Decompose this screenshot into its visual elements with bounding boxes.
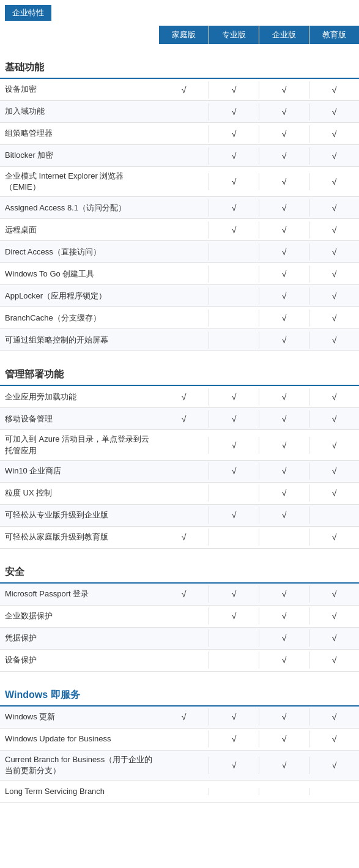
feature-name-security-3: 设备保护	[0, 651, 159, 669]
check-cell-basic-3-home	[159, 147, 209, 165]
check-cell-basic-8-pro	[209, 265, 259, 283]
check-cols-basic-0: √√√√	[159, 81, 359, 98]
feature-row-windows-service-0: Windows 更新√√√√	[0, 707, 359, 729]
check-cell-management-3-enterprise: √	[259, 462, 309, 480]
check-cell-security-0-education: √	[309, 585, 359, 603]
feature-row-windows-service-1: Windows Update for Business√√√	[0, 729, 359, 751]
check-cell-security-3-pro	[209, 651, 259, 669]
feature-row-basic-1: 加入域功能√√√	[0, 101, 359, 123]
check-cell-management-5-education	[309, 506, 359, 524]
check-cell-management-5-pro: √	[209, 506, 259, 524]
check-cell-basic-1-pro: √	[209, 103, 259, 121]
feature-row-security-2: 凭据保护√√	[0, 628, 359, 650]
check-cell-basic-8-enterprise: √	[259, 265, 309, 283]
check-cell-security-1-home	[159, 607, 209, 625]
check-cell-management-4-pro	[209, 484, 259, 502]
feature-name-basic-3: Bitlocker 加密	[0, 146, 159, 165]
check-cell-management-4-enterprise: √	[259, 484, 309, 502]
check-cell-management-6-education: √	[309, 529, 359, 546]
check-cell-security-3-home	[159, 651, 209, 669]
check-cell-basic-5-enterprise: √	[259, 199, 309, 217]
check-cols-management-2: √√√	[159, 437, 359, 454]
check-cell-windows-service-3-education	[309, 788, 359, 795]
check-cell-windows-service-2-enterprise: √	[259, 757, 309, 774]
check-cell-management-2-education: √	[309, 437, 359, 454]
feature-row-management-5: 可轻松从专业版升级到企业版√√	[0, 505, 359, 527]
check-cell-security-2-home	[159, 629, 209, 647]
feature-row-basic-0: 设备加密√√√√	[0, 79, 359, 101]
feature-name-windows-service-3: Long Term Servicing Branch	[0, 782, 159, 801]
check-cell-management-3-pro: √	[209, 462, 259, 480]
feature-row-management-4: 粒度 UX 控制√√	[0, 483, 359, 505]
section-header-windows-service: Windows 即服务	[0, 681, 359, 707]
check-cell-basic-7-enterprise: √	[259, 243, 309, 261]
section-spacer-security	[0, 549, 359, 558]
check-cols-basic-1: √√√	[159, 103, 359, 121]
check-cell-windows-service-2-home	[159, 757, 209, 774]
feature-row-management-1: 移动设备管理√√√√	[0, 408, 359, 430]
check-cell-windows-service-2-education: √	[309, 757, 359, 774]
version-cols-header: 家庭版 专业版 企业版 教育版	[159, 26, 359, 44]
check-cell-basic-1-education: √	[309, 103, 359, 121]
feature-name-basic-9: AppLocker（应用程序锁定）	[0, 287, 159, 305]
section-header-basic: 基础功能	[0, 54, 359, 79]
check-cols-windows-service-0: √√√√	[159, 708, 359, 725]
feature-name-security-2: 凭据保护	[0, 629, 159, 647]
check-cell-basic-4-enterprise: √	[259, 173, 309, 190]
feature-name-windows-service-0: Windows 更新	[0, 708, 159, 726]
feature-name-basic-8: Windows To Go 创建工具	[0, 265, 159, 283]
feature-row-basic-9: AppLocker（应用程序锁定）√√	[0, 285, 359, 307]
section-header-management: 管理部署功能	[0, 361, 359, 386]
check-cell-management-0-enterprise: √	[259, 388, 309, 406]
check-cell-security-2-pro	[209, 629, 259, 647]
check-cell-basic-5-home	[159, 199, 209, 217]
check-cell-basic-9-enterprise: √	[259, 287, 309, 305]
check-cols-basic-6: √√√	[159, 221, 359, 239]
check-cell-management-2-home	[159, 437, 209, 454]
feature-row-management-0: 企业应用旁加载功能√√√√	[0, 386, 359, 408]
check-cell-basic-5-education: √	[309, 199, 359, 217]
education-col-header: 教育版	[309, 26, 359, 44]
check-cols-basic-5: √√√	[159, 199, 359, 217]
feature-row-windows-service-2: Current Branch for Business（用于企业的当前更新分支）…	[0, 751, 359, 781]
check-cols-windows-service-1: √√√	[159, 730, 359, 747]
feature-row-basic-3: Bitlocker 加密√√√	[0, 145, 359, 167]
feature-name-basic-4: 企业模式 Internet Explorer 浏览器（EMIE）	[0, 167, 159, 196]
check-cell-basic-11-enterprise: √	[259, 332, 309, 349]
check-cell-basic-7-education: √	[309, 243, 359, 261]
feature-row-basic-11: 可通过组策略控制的开始屏幕√√	[0, 329, 359, 351]
sections-container: 基础功能设备加密√√√√加入域功能√√√组策略管理器√√√Bitlocker 加…	[0, 44, 359, 803]
check-cell-security-0-pro: √	[209, 585, 259, 603]
check-cell-security-1-enterprise: √	[259, 607, 309, 625]
check-cols-management-4: √√	[159, 484, 359, 502]
feature-name-management-5: 可轻松从专业版升级到企业版	[0, 506, 159, 524]
page-wrapper: 企业特性 家庭版 专业版 企业版 教育版 基础功能设备加密√√√√加入域功能√√…	[0, 0, 359, 803]
check-cols-security-3: √√	[159, 651, 359, 669]
check-cols-windows-service-2: √√√	[159, 757, 359, 774]
feature-row-management-2: 可加入到 Azure 活动目录，单点登录到云托管应用√√√	[0, 430, 359, 460]
feature-name-management-3: Win10 企业商店	[0, 462, 159, 480]
check-cell-basic-6-home	[159, 221, 209, 239]
check-cell-security-2-education: √	[309, 629, 359, 647]
check-cell-windows-service-3-pro	[209, 788, 259, 795]
check-cell-basic-0-pro: √	[209, 81, 259, 98]
check-cell-basic-4-pro: √	[209, 173, 259, 190]
check-cell-basic-7-home	[159, 243, 209, 261]
section-spacer-management	[0, 351, 359, 361]
check-cell-basic-2-pro: √	[209, 125, 259, 143]
check-cell-windows-service-3-enterprise	[259, 788, 309, 795]
check-cols-security-1: √√√	[159, 607, 359, 625]
feature-name-management-6: 可轻松从家庭版升级到教育版	[0, 528, 159, 546]
feature-name-management-0: 企业应用旁加载功能	[0, 388, 159, 406]
check-cell-basic-6-enterprise: √	[259, 221, 309, 239]
check-cell-basic-10-home	[159, 310, 209, 327]
check-cell-management-0-home: √	[159, 388, 209, 406]
feature-name-management-2: 可加入到 Azure 活动目录，单点登录到云托管应用	[0, 430, 159, 459]
feature-row-basic-5: Assigned Access 8.1（访问分配）√√√	[0, 197, 359, 219]
check-cell-basic-0-education: √	[309, 81, 359, 98]
enterprise-tag: 企业特性	[5, 5, 51, 21]
check-cols-basic-10: √√	[159, 310, 359, 327]
check-cell-basic-9-pro	[209, 287, 259, 305]
check-cell-basic-2-home	[159, 125, 209, 143]
feature-name-basic-5: Assigned Access 8.1（访问分配）	[0, 199, 159, 217]
